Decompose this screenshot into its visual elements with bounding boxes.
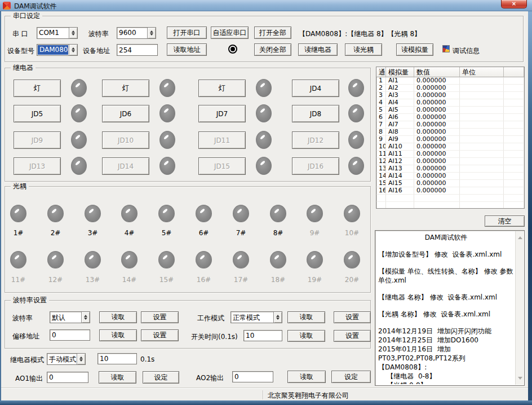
opto-led-13 — [85, 251, 101, 268]
table-row[interactable]: 7AI70.000000 — [376, 121, 524, 129]
table-cell — [504, 180, 524, 187]
opto-led-12 — [47, 251, 64, 268]
close-button[interactable]: × — [501, 0, 527, 8]
read-opto-button[interactable]: 读光耦 — [345, 43, 382, 56]
dropdown-button[interactable] — [69, 28, 77, 38]
info-scrollbar[interactable] — [515, 231, 524, 385]
column-header-3[interactable]: 数值 — [414, 67, 460, 77]
read-address-button[interactable]: 读取地址 — [167, 43, 207, 56]
read-relay-button[interactable]: 读继电器 — [298, 43, 338, 56]
table-row[interactable]: 6AI60.000000 — [376, 114, 524, 121]
close-all-button[interactable]: 关闭全部 — [254, 43, 291, 56]
adaptive-port-button[interactable]: 自适应串口 — [211, 27, 249, 39]
offset-read-button[interactable]: 读取 — [99, 329, 137, 341]
relay-led-2 — [159, 79, 175, 97]
relay-button-5[interactable]: JD5 — [14, 105, 61, 122]
serial-port-combo[interactable]: COM1 — [37, 27, 78, 39]
device-model-combo[interactable]: DAM0808 — [37, 44, 78, 56]
table-row[interactable]: 3AI30.000000 — [376, 92, 524, 99]
column-header-2[interactable]: 模拟量 — [386, 67, 414, 77]
table-row[interactable]: 11AI110.000000 — [376, 151, 524, 158]
ao1-read-button[interactable]: 读取 — [99, 371, 136, 384]
opto-led-1 — [10, 205, 26, 222]
debug-info-icon — [442, 45, 450, 52]
dropdown-button[interactable] — [273, 312, 282, 323]
table-row[interactable]: 1AI10.000000 — [376, 77, 524, 85]
table-row[interactable]: 4AI40.000000 — [376, 99, 524, 107]
serial-group-label: 串口设定 — [11, 11, 42, 21]
table-cell — [460, 187, 504, 195]
relay-time-input[interactable] — [97, 353, 137, 364]
switch-time-set-button[interactable]: 设置 — [334, 330, 371, 342]
table-row[interactable]: 10AI100.000000 — [376, 143, 524, 151]
dropdown-button[interactable] — [77, 354, 85, 364]
opto-label-5: 5# — [154, 229, 179, 237]
ao2-read-button[interactable]: 读取 — [287, 371, 326, 383]
scroll-down-icon[interactable] — [518, 377, 522, 382]
column-header-5[interactable] — [504, 67, 524, 77]
table-row[interactable]: 16AI160.000000 — [376, 187, 524, 195]
table-row[interactable]: 5AI50.000000 — [376, 107, 524, 114]
relay-button-1[interactable]: 灯 — [14, 80, 61, 97]
ao1-input[interactable] — [47, 372, 88, 383]
relay-button-8[interactable]: JD8 — [292, 105, 339, 122]
info-line: 【光耦 0-8】 — [378, 381, 514, 384]
baud-setting-combo[interactable]: 默认 — [50, 311, 90, 323]
work-mode-set-button[interactable]: 设置 — [334, 311, 371, 323]
table-cell: 0.000000 — [414, 77, 460, 85]
work-mode-read-button[interactable]: 读取 — [287, 311, 325, 323]
column-header-1[interactable]: 通 — [376, 67, 386, 77]
table-row[interactable]: 15AI150.000000 — [376, 180, 524, 187]
relay-led-9 — [71, 131, 87, 149]
switch-time-input[interactable] — [243, 330, 282, 341]
info-line — [378, 319, 514, 327]
relay-button-2[interactable]: 灯 — [102, 80, 149, 97]
dropdown-button[interactable] — [69, 45, 77, 55]
ao2-set-button[interactable]: 设定 — [331, 371, 371, 383]
work-mode-value: 正常模式 — [231, 312, 273, 323]
table-cell — [504, 77, 524, 85]
table-cell — [504, 187, 524, 195]
table-row[interactable]: 9AI90.000000 — [376, 136, 524, 143]
read-analog-button[interactable]: 读模拟量 — [396, 43, 433, 56]
device-address-input[interactable] — [117, 44, 158, 56]
table-cell — [460, 143, 504, 151]
info-log: DAM调试软件【增加设备型号】 修改 设备表.xml.xml【模拟量 单位、线性… — [376, 233, 514, 384]
open-all-button[interactable]: 打开全部 — [254, 27, 291, 39]
opto-label-14: 14# — [117, 276, 142, 284]
baud-rate-combo[interactable]: 9600 — [117, 27, 156, 39]
offset-address-input[interactable] — [50, 329, 90, 341]
opto-group-label: 光耦 — [11, 182, 29, 191]
relay-button-4[interactable]: JD4 — [292, 80, 339, 97]
opto-led-19 — [307, 251, 323, 268]
table-cell — [386, 202, 414, 209]
table-cell: 0.000000 — [414, 180, 460, 187]
company-name: 北京聚英翱翔电子有限公司 — [268, 391, 349, 400]
table-row[interactable]: 2AI20.000000 — [376, 85, 524, 92]
serial-port-label: 串 口 — [12, 29, 28, 39]
scroll-up-icon[interactable] — [518, 234, 522, 239]
column-header-4[interactable]: 单位 — [460, 67, 504, 77]
table-row[interactable]: 8AI80.000000 — [376, 129, 524, 136]
baud-set-button[interactable]: 设置 — [141, 311, 179, 323]
relay-mode-combo[interactable]: 手动模式 — [47, 353, 86, 365]
relay-button-7[interactable]: JD7 — [198, 105, 246, 122]
opto-led-2 — [47, 205, 64, 222]
table-row[interactable]: 13AI130.000000 — [376, 165, 524, 173]
dropdown-button[interactable] — [81, 312, 90, 323]
relay-button-6[interactable]: JD6 — [102, 105, 149, 122]
open-port-button[interactable]: 打开串口 — [167, 27, 207, 39]
table-cell: AI13 — [386, 165, 414, 173]
clear-button[interactable]: 清空 — [485, 215, 525, 227]
ao2-input[interactable] — [232, 371, 273, 382]
baud-read-button[interactable]: 读取 — [99, 311, 137, 323]
switch-time-read-button[interactable]: 读取 — [287, 330, 325, 342]
table-cell: 16 — [376, 187, 386, 195]
relay-button-3[interactable]: 灯 — [198, 80, 246, 97]
offset-set-button[interactable]: 设置 — [141, 329, 179, 341]
work-mode-combo[interactable]: 正常模式 — [230, 311, 282, 323]
table-row[interactable]: 12AI120.000000 — [376, 158, 524, 165]
dropdown-button[interactable] — [147, 28, 156, 38]
table-row[interactable]: 14AI140.000000 — [376, 173, 524, 180]
ao1-set-button[interactable]: 设定 — [143, 371, 179, 384]
